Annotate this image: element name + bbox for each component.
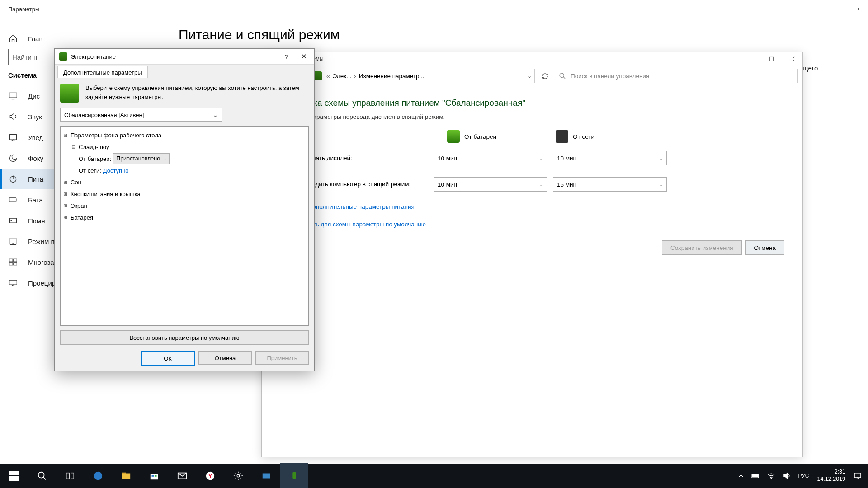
- svg-rect-44: [752, 475, 758, 477]
- svg-text:Y: Y: [208, 473, 212, 479]
- tab-advanced-params[interactable]: Дополнительные параметры: [57, 66, 148, 78]
- svg-point-26: [38, 472, 44, 478]
- link-change-advanced[interactable]: Изменить дополнительные параметры питани…: [280, 203, 784, 210]
- cp-close-button[interactable]: [782, 52, 802, 66]
- svg-rect-15: [9, 259, 13, 262]
- breadcrumb-item[interactable]: Элек...: [333, 73, 352, 80]
- start-button[interactable]: [0, 464, 28, 488]
- tree-node-battery[interactable]: ⊞Батарея: [62, 211, 307, 223]
- close-button[interactable]: [847, 0, 868, 18]
- sidebar-item-home[interactable]: Глав: [0, 28, 165, 49]
- chevron-down-icon: ⌄: [213, 112, 218, 118]
- svg-point-12: [11, 220, 12, 221]
- taskbar-app-settings[interactable]: [224, 464, 252, 488]
- minimize-button[interactable]: [806, 0, 826, 18]
- close-button[interactable]: ✕: [295, 50, 312, 63]
- settings-tree[interactable]: ⊟Параметры фона рабочего стола ⊟Слайд-шо…: [60, 126, 309, 326]
- taskbar-app-edge[interactable]: [84, 464, 112, 488]
- taskbar: Y РУС 2:31 14.12.2019: [0, 464, 868, 488]
- display-off-battery-select[interactable]: 10 мин⌄: [434, 151, 547, 165]
- sleep-ac-select[interactable]: 15 мин⌄: [553, 177, 667, 192]
- slideshow-ac-value[interactable]: Доступно: [103, 167, 129, 174]
- collapse-icon[interactable]: ⊟: [71, 144, 77, 150]
- expand-icon[interactable]: ⊞: [62, 191, 69, 197]
- power-options-icon: [59, 52, 67, 61]
- chevron-down-icon: ⌄: [539, 155, 543, 161]
- adv-intro-text: Выберите схему управления питанием, кото…: [85, 84, 309, 103]
- multitask-icon: [8, 257, 18, 267]
- cp-maximize-button[interactable]: [761, 52, 782, 66]
- tree-node-slideshow[interactable]: ⊟Слайд-шоу: [62, 141, 307, 153]
- tray-clock[interactable]: 2:31 14.12.2019: [812, 469, 850, 483]
- refresh-button[interactable]: [538, 69, 552, 83]
- cancel-button[interactable]: Отмена: [198, 351, 252, 365]
- breadcrumb-item[interactable]: Изменение параметр...: [359, 73, 425, 80]
- tray-overflow-button[interactable]: [735, 464, 747, 488]
- display-off-ac-select[interactable]: 10 мин⌄: [553, 151, 667, 165]
- tray-action-center-button[interactable]: [850, 464, 865, 488]
- svg-rect-21: [769, 57, 773, 61]
- svg-rect-19: [9, 280, 17, 285]
- tree-node-sleep[interactable]: ⊞Сон: [62, 176, 307, 188]
- chevron-down-icon: ⌄: [539, 182, 543, 188]
- tree-node-buttons[interactable]: ⊞Кнопки питания и крышка: [62, 188, 307, 200]
- taskbar-app-explorer[interactable]: [112, 464, 140, 488]
- tree-node-desktop-bg[interactable]: ⊟Параметры фона рабочего стола: [62, 129, 307, 141]
- taskbar-app-power-options[interactable]: [280, 463, 308, 488]
- expand-icon[interactable]: ⊞: [62, 214, 69, 221]
- notification-icon: [8, 132, 18, 142]
- svg-rect-9: [9, 198, 16, 202]
- search-placeholder: Найти п: [12, 53, 37, 61]
- taskbar-app-mail[interactable]: [168, 464, 196, 488]
- tree-leaf-ac: От сети: Доступно: [62, 164, 307, 176]
- settings-titlebar: Параметры: [0, 0, 868, 18]
- svg-rect-32: [122, 473, 126, 474]
- tree-leaf-battery: От батареи: Приостановлено⌄: [62, 153, 307, 164]
- taskview-button[interactable]: [56, 464, 84, 488]
- expand-icon[interactable]: ⊞: [62, 179, 69, 186]
- chevron-down-icon[interactable]: ⌄: [528, 73, 532, 79]
- battery-icon: [447, 130, 460, 143]
- adv-intro: Выберите схему управления питанием, кото…: [60, 84, 309, 103]
- tray-battery-icon[interactable]: [747, 464, 764, 488]
- maximize-button[interactable]: [826, 0, 847, 18]
- slideshow-battery-select[interactable]: Приостановлено⌄: [113, 153, 170, 164]
- cp-subheading: Выберите параметры перевода дисплея в сп…: [280, 113, 784, 120]
- plug-icon: [556, 130, 568, 143]
- tray-wifi-icon[interactable]: [764, 464, 779, 488]
- svg-rect-33: [151, 474, 158, 479]
- settings-title: Параметры: [0, 6, 39, 13]
- svg-rect-35: [155, 475, 157, 477]
- breadcrumb[interactable]: « Элек... › Изменение параметр... ⌄: [310, 69, 535, 83]
- search-button[interactable]: [28, 464, 56, 488]
- tray-language-indicator[interactable]: РУС: [794, 464, 812, 488]
- ok-button[interactable]: ОК: [141, 351, 195, 366]
- page-title: Питание и спящий режим: [179, 27, 854, 42]
- tray-volume-icon[interactable]: [779, 464, 794, 488]
- apply-button[interactable]: Применить: [255, 351, 309, 365]
- cp-search-input[interactable]: Поиск в панели управления: [555, 69, 798, 83]
- taskbar-app-snipping[interactable]: [252, 464, 280, 488]
- sleep-battery-select[interactable]: 10 мин⌄: [434, 177, 547, 192]
- link-restore-defaults[interactable]: Восстановить для схемы параметры по умол…: [280, 221, 784, 228]
- chevron-down-icon: ⌄: [163, 156, 166, 161]
- adv-titlebar: Электропитание ? ✕: [55, 49, 314, 64]
- tablet-icon: [8, 236, 18, 246]
- collapse-icon[interactable]: ⊟: [62, 132, 69, 139]
- cp-minimize-button[interactable]: [740, 52, 761, 66]
- restore-defaults-button[interactable]: Восстановить параметры по умолчанию: [60, 330, 309, 345]
- control-panel-plan-window: ие параметров схемы « Элек... › Изменени…: [261, 52, 803, 457]
- help-button[interactable]: ?: [278, 50, 295, 63]
- power-scheme-select[interactable]: Сбалансированная [Активен]⌄: [60, 108, 222, 122]
- save-changes-button[interactable]: Сохранить изменения: [662, 240, 742, 255]
- system-tray: РУС 2:31 14.12.2019: [735, 464, 868, 488]
- cancel-button[interactable]: Отмена: [745, 240, 784, 255]
- taskbar-app-store[interactable]: [140, 464, 168, 488]
- focus-icon: [8, 153, 18, 163]
- tree-node-screen[interactable]: ⊞Экран: [62, 200, 307, 211]
- search-placeholder: Поиск в панели управления: [571, 73, 649, 80]
- taskbar-app-yandex[interactable]: Y: [196, 464, 224, 488]
- svg-point-24: [560, 73, 564, 77]
- expand-icon[interactable]: ⊞: [62, 202, 69, 209]
- svg-rect-34: [152, 475, 154, 477]
